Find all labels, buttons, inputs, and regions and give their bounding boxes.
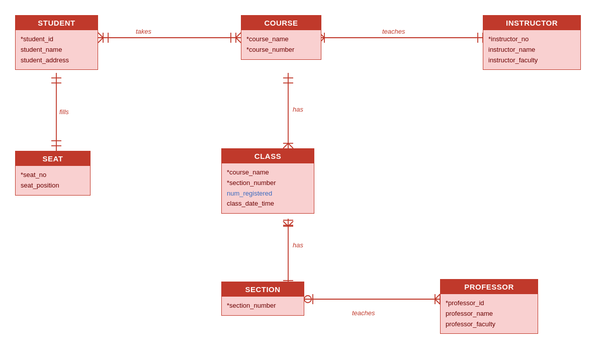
course-field-1: *course_name xyxy=(246,34,316,45)
svg-line-27 xyxy=(288,143,293,148)
class-field-3: num_registered xyxy=(227,189,309,199)
course-field-2: *course_number xyxy=(246,45,316,55)
student-body: *student_id student_name student_address xyxy=(16,30,98,69)
svg-line-30 xyxy=(283,221,288,226)
professor-entity: PROFESSOR *professor_id professor_name p… xyxy=(440,279,538,334)
section-body: *section_number xyxy=(222,297,304,315)
professor-field-1: *professor_id xyxy=(446,298,533,309)
class-field-1: *course_name xyxy=(227,167,309,178)
seat-entity: SEAT *seat_no seat_position xyxy=(15,151,91,196)
professor-body: *professor_id professor_name professor_f… xyxy=(441,294,538,333)
instructor-title: INSTRUCTOR xyxy=(483,16,580,30)
class-field-2: *section_number xyxy=(227,178,309,189)
svg-line-26 xyxy=(283,143,288,148)
fills-label: fills xyxy=(59,108,69,116)
seat-title: SEAT xyxy=(16,151,90,166)
er-diagram: STUDENT *student_id student_name student… xyxy=(0,0,604,364)
student-field-2: student_name xyxy=(21,45,93,55)
svg-line-9 xyxy=(236,38,241,43)
svg-line-4 xyxy=(98,33,103,38)
teaches-instructor-label: teaches xyxy=(382,28,405,35)
student-title: STUDENT xyxy=(16,16,98,30)
instructor-entity: INSTRUCTOR *instructor_no instructor_nam… xyxy=(483,15,581,70)
student-field-1: *student_id xyxy=(21,34,93,45)
student-entity: STUDENT *student_id student_name student… xyxy=(15,15,98,70)
seat-body: *seat_no seat_position xyxy=(16,166,90,195)
section-entity: SECTION *section_number xyxy=(221,282,304,316)
instructor-body: *instructor_no instructor_name instructo… xyxy=(483,30,580,69)
has-class-label: has xyxy=(293,106,303,113)
svg-line-31 xyxy=(288,221,293,226)
has-section-label: has xyxy=(293,241,303,249)
professor-field-3: professor_faculty xyxy=(446,319,533,330)
svg-line-41 xyxy=(435,294,440,299)
svg-line-42 xyxy=(435,299,440,304)
professor-field-2: professor_name xyxy=(446,309,533,319)
course-entity: COURSE *course_name *course_number xyxy=(241,15,321,60)
section-title: SECTION xyxy=(222,282,304,297)
takes-label: takes xyxy=(136,28,151,35)
teaches-professor-label: teaches xyxy=(352,309,375,317)
instructor-field-3: instructor_faculty xyxy=(488,55,575,66)
svg-line-5 xyxy=(98,38,103,43)
course-body: *course_name *course_number xyxy=(241,30,321,59)
student-field-3: student_address xyxy=(21,55,93,66)
section-field-1: *section_number xyxy=(227,301,299,311)
svg-point-37 xyxy=(304,296,311,303)
class-title: CLASS xyxy=(222,149,314,163)
class-body: *course_name *section_number num_registe… xyxy=(222,163,314,213)
course-title: COURSE xyxy=(241,16,321,30)
class-entity: CLASS *course_name *section_number num_r… xyxy=(221,148,314,214)
instructor-field-2: instructor_name xyxy=(488,45,575,55)
instructor-field-1: *instructor_no xyxy=(488,34,575,45)
professor-title: PROFESSOR xyxy=(441,280,538,294)
seat-field-1: *seat_no xyxy=(21,170,85,180)
svg-line-8 xyxy=(236,33,241,38)
seat-field-2: seat_position xyxy=(21,180,85,191)
class-field-4: class_date_time xyxy=(227,199,309,209)
